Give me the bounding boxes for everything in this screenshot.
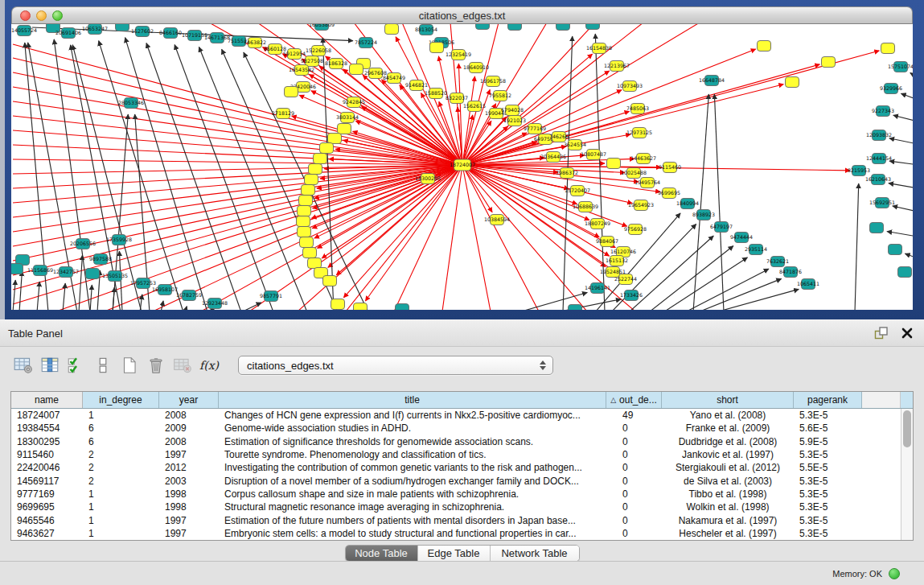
table-cell[interactable]: 18300295 [11, 436, 83, 447]
table-cell[interactable]: 5.3E-5 [794, 410, 862, 421]
network-node[interactable] [476, 24, 490, 30]
table-cell[interactable]: 5.3E-5 [794, 515, 862, 526]
table-cell[interactable]: 19384554 [11, 422, 83, 434]
table-cell[interactable]: 0 [606, 422, 662, 434]
table-cell[interactable]: 9115460 [11, 449, 83, 460]
new-table-icon[interactable] [119, 356, 140, 375]
network-node[interactable]: 1527602 [131, 27, 154, 37]
network-node[interactable] [338, 124, 351, 134]
network-node[interactable]: 1065411 [797, 279, 819, 290]
network-node[interactable]: 10653247 [82, 24, 108, 35]
network-node[interactable]: 1588520 [425, 89, 447, 99]
network-node[interactable]: 16543582 [289, 65, 314, 76]
network-node[interactable]: 10807487 [581, 150, 606, 160]
function-builder-icon[interactable]: f(x) [199, 356, 220, 375]
row-selector-icon[interactable] [92, 356, 113, 375]
network-node[interactable]: 7955812 [489, 91, 511, 101]
table-cell[interactable]: 0 [606, 476, 662, 487]
network-node[interactable]: 14463627 [630, 154, 656, 164]
network-node[interactable] [556, 24, 570, 31]
column-header-short[interactable]: short [662, 392, 794, 408]
network-node[interactable]: 13505135 [102, 271, 128, 282]
network-node[interactable] [116, 24, 129, 31]
network-node[interactable]: 9699695 [658, 188, 680, 199]
network-node[interactable]: 7986372 [556, 168, 578, 179]
network-node[interactable] [758, 41, 771, 51]
network-node[interactable] [331, 299, 345, 310]
table-cell[interactable]: 5.3E-5 [794, 449, 862, 460]
table-cell[interactable]: 0 [606, 462, 662, 473]
table-row[interactable]: 1938455462009Genome-wide association stu… [11, 422, 901, 435]
table-cell[interactable]: 6 [83, 436, 159, 447]
network-node[interactable] [300, 237, 314, 248]
column-header-year[interactable]: year [159, 392, 219, 408]
table-row[interactable]: 911546021997Tourette syndrome. Phenomeno… [11, 448, 901, 461]
network-node[interactable]: 28053346 [118, 98, 144, 109]
network-node[interactable]: 18640910 [463, 63, 489, 73]
table-cell[interactable]: 2 [83, 449, 159, 460]
column-visibility-icon[interactable] [66, 356, 87, 375]
table-row[interactable]: 1830029562008Estimation of significance … [11, 435, 901, 448]
table-cell[interactable]: 1 [83, 488, 159, 500]
table-cell[interactable]: Changes of HCN gene expression and I(f) … [219, 410, 606, 421]
table-cell[interactable]: 2012 [159, 462, 219, 473]
network-node[interactable]: 2718129 [272, 109, 294, 119]
close-panel-icon[interactable] [900, 326, 914, 340]
table-cell[interactable]: 5.6E-5 [794, 422, 862, 434]
close-window-icon[interactable] [20, 10, 31, 21]
network-node[interactable]: 7463822 [244, 38, 266, 48]
network-node[interactable]: 10384594 [484, 215, 510, 225]
network-node[interactable] [298, 206, 311, 216]
tab-network-table[interactable]: Network Table [491, 546, 579, 561]
table-cell[interactable]: 1 [83, 501, 159, 513]
network-node[interactable]: 9115460 [659, 163, 681, 173]
network-node[interactable]: 10688639 [573, 202, 598, 212]
table-cell[interactable]: 22420046 [11, 462, 83, 473]
table-cell[interactable]: 0 [606, 515, 662, 526]
table-cell[interactable]: 0 [606, 501, 662, 513]
network-node[interactable] [430, 43, 444, 53]
network-node[interactable]: 15751074 [888, 62, 913, 72]
column-header-in-degree[interactable]: in_degree [83, 392, 159, 408]
network-node[interactable] [870, 223, 884, 233]
network-node[interactable]: 12973125 [626, 128, 652, 138]
network-node[interactable]: 18807249 [585, 219, 610, 229]
tab-edge-table[interactable]: Edge Table [418, 546, 491, 561]
table-row[interactable]: 977716911998Corpus callosum shape and si… [11, 488, 901, 501]
network-canvas[interactable]: 1405572420691406106532471527602846616010… [11, 24, 913, 310]
table-cell[interactable]: 5.3E-5 [794, 488, 862, 500]
table-cell[interactable]: 1 [83, 528, 159, 539]
network-node[interactable]: 9329966 [880, 84, 902, 94]
network-node[interactable] [350, 64, 363, 75]
column-header-name[interactable]: name [11, 392, 83, 408]
network-node[interactable]: 19654923 [628, 200, 654, 211]
table-cell[interactable]: Corpus callosum shape and size in male p… [219, 488, 606, 500]
network-node[interactable]: 19495764 [634, 178, 660, 188]
table-cell[interactable]: 0 [606, 436, 662, 447]
network-node[interactable]: 9857791 [260, 291, 282, 302]
zoom-window-icon[interactable] [52, 10, 63, 21]
network-node[interactable] [309, 164, 322, 175]
table-cell[interactable]: Franke et al. (2009) [662, 422, 794, 434]
network-node[interactable]: 9777169 [524, 124, 546, 134]
table-cell[interactable]: 2008 [159, 436, 219, 447]
table-row[interactable]: 969969511998Structural magnetic resonanc… [11, 501, 901, 513]
network-node[interactable]: 3624554 [564, 140, 586, 150]
minimize-window-icon[interactable] [36, 10, 47, 21]
table-cell[interactable]: 9465546 [11, 515, 83, 526]
network-node[interactable]: 8215953 [848, 166, 870, 176]
network-node[interactable]: 1921023 [503, 116, 526, 126]
table-cell[interactable]: 1997 [159, 515, 219, 526]
table-cell[interactable]: 0 [606, 449, 662, 460]
table-cell[interactable]: Nakamura et al. (1997) [662, 515, 794, 526]
tab-node-table[interactable]: Node Table [346, 546, 418, 561]
network-node[interactable]: 3803144 [336, 113, 359, 123]
table-cell[interactable]: 5.5E-5 [794, 462, 862, 473]
table-cell[interactable]: 18724007 [11, 410, 83, 421]
column-header-pagerank[interactable]: pagerank [794, 392, 862, 408]
network-node[interactable]: 12342757 [53, 267, 79, 278]
table-cell[interactable]: 2 [83, 476, 159, 487]
table-cell[interactable]: 2 [83, 462, 159, 473]
network-node[interactable]: 15226058 [306, 46, 331, 56]
table-cell[interactable]: 49 [606, 410, 662, 421]
